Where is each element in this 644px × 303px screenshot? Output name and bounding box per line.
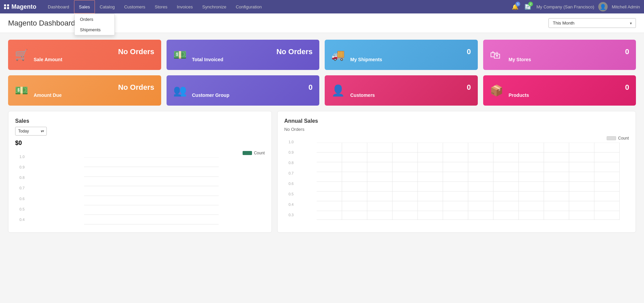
products-value: 0 bbox=[625, 83, 629, 92]
updates-count: 2 bbox=[528, 2, 533, 6]
invoice-icon: 💵 bbox=[173, 48, 187, 61]
customer-group-label: Customer Group bbox=[192, 92, 313, 98]
annual-legend-label: Count bbox=[618, 136, 629, 141]
nav-item-customers[interactable]: Customers bbox=[119, 0, 150, 13]
card-total-invoiced[interactable]: 💵 No Orders Total Invoiced bbox=[167, 40, 320, 70]
app-name: Magento bbox=[11, 3, 36, 10]
my-stores-value: 0 bbox=[625, 47, 629, 56]
nav-item-sales[interactable]: Sales Orders Shipments bbox=[74, 0, 95, 13]
customer-group-value: 0 bbox=[309, 83, 313, 92]
annual-y-axis-labels: 1.0 0.9 0.8 0.7 0.6 0.5 0.4 0.3 bbox=[284, 140, 294, 217]
annual-chart-legend: Count bbox=[307, 136, 629, 141]
sales-chart-period-select[interactable]: Today This Week This Month This Year bbox=[15, 127, 47, 136]
annual-legend-swatch bbox=[607, 136, 616, 140]
sales-chart-svg bbox=[38, 157, 265, 225]
company-name[interactable]: My Company (San Francisco) bbox=[536, 4, 594, 9]
products-label: Products bbox=[509, 92, 630, 98]
card-sale-amount[interactable]: 🛒 No Orders Sale Amount bbox=[8, 40, 161, 70]
customer-icon: 👤 bbox=[331, 84, 345, 97]
user-name[interactable]: Mitchell Admin bbox=[612, 4, 640, 9]
nav-item-catalog[interactable]: Catalog bbox=[95, 0, 119, 13]
sales-chart-amount: $0 bbox=[15, 140, 265, 147]
customers-value: 0 bbox=[467, 83, 471, 92]
notifications-button[interactable]: 🔔 5 bbox=[511, 2, 520, 11]
total-invoiced-value: No Orders bbox=[276, 47, 313, 56]
cart-icon: 🛒 bbox=[15, 48, 28, 61]
annual-chart-subtitle: No Orders bbox=[284, 127, 629, 132]
card-customer-group[interactable]: 👥 0 Customer Group bbox=[167, 75, 320, 106]
group-icon: 👥 bbox=[173, 84, 187, 97]
my-shipments-value: 0 bbox=[467, 47, 471, 56]
grid-icon bbox=[4, 4, 9, 9]
chart-period-wrapper: Today This Week This Month This Year ▼ bbox=[15, 127, 47, 136]
sales-chart-panel: Sales Today This Week This Month This Ye… bbox=[8, 111, 272, 233]
sales-chart-title: Sales bbox=[15, 118, 265, 124]
amount-due-label: Amount Due bbox=[34, 92, 154, 98]
dropdown-item-orders[interactable]: Orders bbox=[75, 14, 114, 25]
nav-item-dashboard[interactable]: Dashboard bbox=[43, 0, 74, 13]
nav-item-invoices[interactable]: Invoices bbox=[172, 0, 198, 13]
notifications-count: 5 bbox=[515, 2, 520, 6]
nav-item-synchronize[interactable]: Synchronize bbox=[198, 0, 231, 13]
app-logo[interactable]: Magento bbox=[4, 3, 36, 10]
money-icon: 💵 bbox=[15, 84, 28, 97]
card-my-shipments[interactable]: 🚚 0 My Shipments bbox=[325, 40, 478, 70]
updates-button[interactable]: 🔄 2 bbox=[524, 2, 532, 11]
truck-icon: 🚚 bbox=[331, 48, 345, 61]
sale-amount-value: No Orders bbox=[118, 47, 154, 56]
nav-item-stores[interactable]: Stores bbox=[150, 0, 172, 13]
card-products[interactable]: 📦 0 Products bbox=[483, 75, 636, 106]
card-my-stores[interactable]: 🛍 0 My Stores bbox=[483, 40, 636, 70]
card-customers[interactable]: 👤 0 Customers bbox=[325, 75, 478, 106]
store-icon: 🛍 bbox=[490, 49, 503, 61]
topnav-right: 🔔 5 🔄 2 My Company (San Francisco) 👤 Mit… bbox=[511, 2, 640, 11]
sales-chart-area: Count bbox=[38, 151, 265, 226]
annual-chart-area: Count bbox=[307, 136, 629, 221]
chart-legend: Count bbox=[38, 151, 265, 155]
dropdown-item-shipments[interactable]: Shipments bbox=[75, 25, 114, 35]
my-stores-label: My Stores bbox=[509, 57, 630, 62]
main-content: 🛒 No Orders Sale Amount 💵 No Orders Tota… bbox=[0, 33, 644, 239]
user-avatar[interactable]: 👤 bbox=[598, 2, 608, 11]
box-icon: 📦 bbox=[490, 84, 503, 97]
sales-chart-controls: Today This Week This Month This Year ▼ bbox=[15, 127, 265, 136]
stat-cards-row-2: 💵 No Orders Amount Due 👥 0 Customer Grou… bbox=[8, 75, 636, 106]
period-select-wrapper: This Month Today This Week This Year Cus… bbox=[548, 18, 636, 28]
charts-row: Sales Today This Week This Month This Ye… bbox=[8, 111, 636, 233]
stat-cards-row-1: 🛒 No Orders Sale Amount 💵 No Orders Tota… bbox=[8, 40, 636, 70]
top-navigation: Magento Dashboard Sales Orders Shipments… bbox=[0, 0, 644, 13]
page-title: Magento Dashboard bbox=[8, 19, 75, 28]
annual-chart-panel: Annual Sales No Orders 1.0 0.9 0.8 0.7 0… bbox=[277, 111, 636, 233]
chart-legend-label: Count bbox=[254, 151, 265, 155]
legend-swatch bbox=[243, 151, 252, 155]
my-shipments-label: My Shipments bbox=[350, 57, 471, 62]
annual-chart-svg bbox=[307, 143, 629, 220]
sale-amount-label: Sale Amount bbox=[34, 57, 154, 62]
sales-dropdown: Orders Shipments bbox=[74, 14, 115, 35]
amount-due-value: No Orders bbox=[118, 83, 154, 92]
total-invoiced-label: Total Invoiced bbox=[192, 57, 313, 62]
nav-item-configuration[interactable]: Configuration bbox=[231, 0, 266, 13]
main-menu: Dashboard Sales Orders Shipments Catalog… bbox=[43, 0, 511, 13]
annual-chart-title: Annual Sales bbox=[284, 118, 629, 124]
period-select[interactable]: This Month Today This Week This Year Cus… bbox=[548, 18, 636, 28]
card-amount-due[interactable]: 💵 No Orders Amount Due bbox=[8, 75, 161, 106]
customers-label: Customers bbox=[350, 92, 471, 98]
y-axis-labels: 1.0 0.9 0.8 0.7 0.6 0.5 0.4 bbox=[15, 155, 25, 222]
